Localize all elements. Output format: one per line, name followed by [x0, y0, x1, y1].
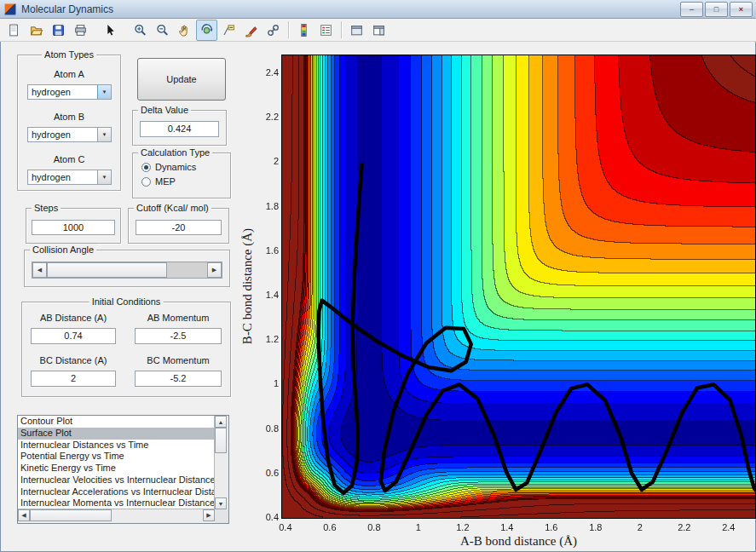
pan-icon: [177, 23, 192, 37]
plot-type-listbox[interactable]: Contour PlotSurface PlotInternuclear Dis…: [17, 415, 229, 524]
edit-plot-button[interactable]: [100, 20, 121, 41]
titlebar[interactable]: Molecular Dynamics – □ ×: [0, 0, 756, 19]
restore-icon: □: [714, 5, 718, 14]
panel-title: Calculation Type: [138, 147, 212, 158]
atom-b-select[interactable]: hydrogen: [27, 127, 112, 142]
radio-icon: [141, 163, 151, 172]
rotate-3d-button[interactable]: [196, 20, 217, 41]
bc-distance-field[interactable]: 2: [31, 371, 116, 387]
zoom-in-button[interactable]: [130, 20, 151, 41]
insert-legend-button[interactable]: [315, 20, 337, 41]
y-tick-label: 1.6: [258, 245, 279, 256]
x-tick-label: 2.2: [672, 522, 697, 532]
steps-field[interactable]: 1000: [32, 220, 115, 235]
scroll-right-arrow[interactable]: [203, 509, 215, 521]
atom-c-select[interactable]: hydrogen: [27, 170, 112, 185]
link-plot-button[interactable]: [263, 20, 284, 41]
chevron-down-icon[interactable]: [97, 170, 111, 184]
show-plot-tools-button[interactable]: [368, 20, 390, 41]
cutoff-field[interactable]: -20: [136, 220, 222, 235]
listbox-vertical-scrollbar[interactable]: [214, 416, 228, 509]
radio-dynamics[interactable]: Dynamics: [141, 162, 228, 172]
ab-distance-field[interactable]: 0.74: [31, 328, 116, 344]
toolbar: [0, 19, 756, 42]
y-tick-label: 1.4: [258, 290, 279, 300]
atom-a-select[interactable]: hydrogen: [27, 84, 112, 100]
scroll-thumb[interactable]: [30, 509, 112, 521]
save-figure-icon: [51, 23, 66, 37]
scroll-left-arrow[interactable]: [18, 509, 30, 521]
hide-plot-tools-button[interactable]: [346, 20, 367, 41]
list-item[interactable]: Contour Plot: [18, 416, 215, 428]
edit-plot-icon: [103, 23, 118, 37]
atom-c-label: Atom C: [18, 154, 120, 164]
panel-title: Cutoff (Kcal/ mol): [134, 202, 211, 214]
plot-area[interactable]: [281, 55, 756, 519]
x-tick-label: 0.6: [317, 522, 343, 532]
y-tick-label: 0.6: [258, 468, 279, 478]
restore-button[interactable]: □: [705, 2, 728, 17]
window-controls: – □ ×: [680, 2, 753, 17]
open-file-button[interactable]: [26, 20, 47, 41]
chevron-down-icon[interactable]: [97, 128, 111, 141]
show-plot-tools-icon: [372, 23, 386, 37]
scroll-thumb[interactable]: [215, 428, 227, 453]
list-item[interactable]: Kinetic Energy vs Time: [18, 463, 215, 474]
close-button[interactable]: ×: [730, 2, 753, 17]
print-figure-button[interactable]: [70, 20, 91, 41]
chevron-down-icon[interactable]: [97, 85, 111, 99]
list-item[interactable]: Internuclear Momenta vs Internuclear Dis…: [18, 497, 215, 509]
ab-momentum-field[interactable]: -2.5: [135, 328, 222, 344]
scrollbar-corner: [215, 509, 228, 523]
hide-plot-tools-icon: [349, 23, 364, 37]
brush-data-button[interactable]: [240, 20, 262, 41]
potential-surface-canvas[interactable]: [282, 55, 755, 518]
radio-mep[interactable]: MEP: [141, 176, 228, 187]
save-figure-button[interactable]: [48, 20, 69, 41]
slider-left-arrow[interactable]: [32, 262, 47, 278]
y-tick-label: 0.4: [258, 512, 279, 522]
data-cursor-button[interactable]: [218, 20, 239, 41]
update-button[interactable]: Update: [137, 58, 226, 101]
y-tick-label: 0.8: [258, 423, 279, 434]
listbox-horizontal-scrollbar[interactable]: [18, 509, 215, 523]
delta-value-field[interactable]: 0.424: [140, 121, 219, 137]
atom-types-panel: Atom Types Atom A hydrogen Atom B hydrog…: [17, 55, 121, 191]
y-tick-label: 2: [258, 156, 279, 166]
collision-angle-slider[interactable]: [32, 262, 222, 279]
minimize-button[interactable]: –: [680, 2, 703, 17]
x-tick-label: 0.8: [361, 522, 387, 532]
slider-right-arrow[interactable]: [207, 262, 222, 278]
insert-colorbar-button[interactable]: [293, 20, 315, 41]
zoom-out-button[interactable]: [152, 20, 173, 41]
x-tick-label: 1: [406, 522, 431, 532]
bc-distance-label: BC Distance (A): [29, 355, 118, 365]
update-button-label: Update: [166, 74, 196, 84]
list-item[interactable]: Internuclear Velocities vs Internuclear …: [18, 474, 215, 486]
bc-momentum-label: BC Momentum: [133, 355, 223, 365]
x-tick-label: 1.6: [539, 522, 564, 532]
listbox-items: Contour PlotSurface PlotInternuclear Dis…: [18, 416, 215, 509]
panel-title: Initial Conditions: [89, 296, 164, 308]
list-item[interactable]: Internuclear Distances vs Time: [18, 440, 215, 451]
scroll-down-arrow[interactable]: [215, 497, 227, 509]
delta-value-panel: Delta Value 0.424: [132, 110, 227, 146]
new-figure-button[interactable]: [3, 20, 25, 41]
y-tick-label: 1.2: [258, 334, 279, 344]
scroll-up-arrow[interactable]: [215, 416, 227, 428]
bc-momentum-field[interactable]: -5.2: [135, 371, 222, 387]
list-item[interactable]: Internuclear Accelerations vs Internucle…: [18, 486, 215, 498]
slider-thumb[interactable]: [47, 262, 167, 278]
y-tick-label: 2.4: [258, 67, 279, 78]
print-figure-icon: [73, 23, 88, 37]
list-item[interactable]: Surface Plot: [18, 428, 215, 440]
radio-icon: [141, 177, 151, 187]
pan-button[interactable]: [174, 20, 195, 41]
collision-angle-panel: Collision Angle: [24, 250, 230, 287]
atom-b-label: Atom B: [18, 112, 120, 122]
x-tick-label: 2: [627, 522, 653, 532]
list-item[interactable]: Potential Energy vs Time: [18, 451, 215, 463]
y-tick-label: 1.8: [258, 201, 279, 211]
data-cursor-icon: [222, 23, 236, 37]
matlab-app-icon: [4, 3, 16, 15]
